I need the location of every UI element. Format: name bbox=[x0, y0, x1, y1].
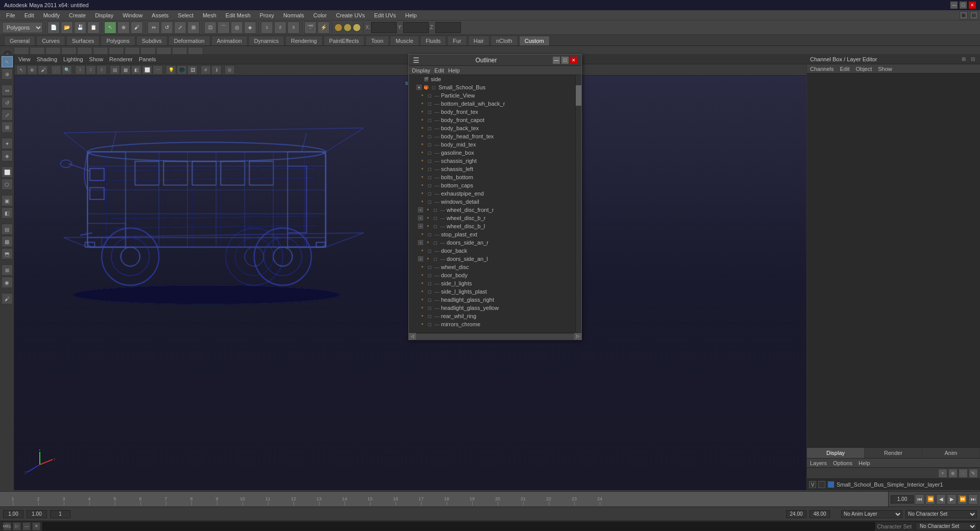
outliner-item-small-school-bus[interactable]: ▼ 🎁 ▢ Small_School_Bus bbox=[409, 83, 575, 91]
outliner-item-headlight-right[interactable]: ⚬ ▢ — headlight_glass_right bbox=[409, 296, 575, 304]
quad-view-btn[interactable]: ▣ bbox=[2, 195, 13, 206]
outliner-item-bolts[interactable]: ⚬ ▢ — bolts_bottom bbox=[409, 173, 575, 181]
menu-assets[interactable]: Assets bbox=[148, 11, 173, 19]
snap-grid-btn[interactable]: ⊡ bbox=[204, 21, 216, 34]
time-end-input[interactable] bbox=[786, 510, 806, 518]
outliner-item-body-front-capot[interactable]: ⚬ ▢ — body_front_capot bbox=[409, 116, 575, 124]
menu-proxy[interactable]: Proxy bbox=[256, 11, 278, 19]
outliner-item-mirrors[interactable]: ⚬ ▢ — mirrors_chrome bbox=[409, 320, 575, 328]
menu-create[interactable]: Create bbox=[65, 11, 90, 19]
ipr-btn[interactable]: ⚡ bbox=[317, 21, 330, 34]
expand-doors-l[interactable]: + bbox=[418, 256, 423, 261]
cbp-icon-1[interactable]: ⊞ bbox=[960, 55, 968, 63]
vpt-camera-move[interactable]: 🎥 bbox=[51, 65, 61, 75]
outliner-item-door-body[interactable]: ⚬ ▢ — door_body bbox=[409, 271, 575, 279]
minimize-button[interactable]: — bbox=[950, 2, 958, 9]
playback-speed-input[interactable] bbox=[27, 510, 47, 518]
maximize-button[interactable]: □ bbox=[960, 2, 967, 9]
outliner-maximize-btn[interactable]: □ bbox=[561, 57, 569, 64]
outliner-item-bottom-detail[interactable]: ⚬ ▢ — bottom_detail_wh_back_r bbox=[409, 100, 575, 108]
outliner-item-wheel-disc[interactable]: ⚬ ▢ — wheel_disc bbox=[409, 263, 575, 271]
layer-icon-1[interactable]: + bbox=[938, 469, 947, 478]
x-input[interactable] bbox=[371, 22, 397, 33]
mel-minimize-btn[interactable]: — bbox=[22, 522, 31, 530]
shade-btn[interactable]: ▩ bbox=[2, 236, 13, 247]
vpt-flat-shade[interactable]: ◧ bbox=[131, 65, 141, 75]
outliner-item-gasoline[interactable]: ⚬ ▢ — gasoline_box bbox=[409, 149, 575, 157]
menu-normals[interactable]: Normals bbox=[279, 11, 308, 19]
light-color-2[interactable] bbox=[344, 23, 352, 32]
layer-item[interactable]: V Small_School_Bus_Simple_Interior_layer… bbox=[807, 480, 980, 489]
outliner-item-side-l-lights-plast[interactable]: ⚬ ▢ — side_l_lights_plast bbox=[409, 287, 575, 296]
smooth-display-btn[interactable]: 3 bbox=[287, 21, 300, 34]
layer-menu-help[interactable]: Help bbox=[859, 460, 870, 466]
shelf-tab-polygons[interactable]: Polygons bbox=[101, 36, 135, 45]
last-frame-input[interactable] bbox=[810, 510, 830, 518]
vpt-shadows[interactable]: 🌑 bbox=[177, 65, 187, 75]
outliner-item-side-l-lights[interactable]: ⚬ ▢ — side_l_lights bbox=[409, 279, 575, 287]
paint-select-btn[interactable]: ⬡ bbox=[2, 179, 13, 190]
lasso-tool-btn[interactable]: ⊕ bbox=[2, 68, 13, 80]
vpt-lasso[interactable]: ⊕ bbox=[27, 65, 37, 75]
close-button[interactable]: ✕ bbox=[969, 2, 976, 9]
y-input[interactable] bbox=[403, 22, 429, 33]
scale-btn[interactable]: ⤢ bbox=[174, 21, 186, 34]
expand-wheel-bl[interactable]: + bbox=[418, 224, 423, 229]
outliner-item-particle-view[interactable]: ⚬ ▢ — Particle_View bbox=[409, 91, 575, 100]
expand-school-bus[interactable]: ▼ bbox=[416, 85, 422, 90]
texture-btn[interactable]: ⬒ bbox=[2, 248, 13, 259]
vp-menu-panels[interactable]: Panels bbox=[137, 56, 158, 62]
play-back-btn[interactable]: ◀ bbox=[936, 494, 946, 504]
shelf-tab-custom[interactable]: Custom bbox=[519, 36, 550, 45]
cbp-menu-edit[interactable]: Edit bbox=[840, 66, 849, 72]
outliner-item-body-back-tex[interactable]: ⚬ ▢ — body_back_tex bbox=[409, 124, 575, 132]
cbp-tab-display[interactable]: Display bbox=[807, 448, 865, 458]
select-tool-btn[interactable]: ↖ bbox=[2, 56, 13, 67]
workspace-selector[interactable]: Polygons bbox=[2, 22, 43, 33]
cbp-tab-anim[interactable]: Anim bbox=[922, 448, 980, 458]
mel-script-btn[interactable]: ▷ bbox=[13, 522, 21, 530]
outliner-item-body-head[interactable]: ⚬ ▢ — body_head_front_tex bbox=[409, 132, 575, 140]
vp-menu-view[interactable]: View bbox=[16, 56, 33, 62]
select-btn[interactable]: ↖ bbox=[104, 21, 116, 34]
attr-editor-toggle[interactable]: ⊟ bbox=[970, 11, 978, 19]
menu-display[interactable]: Display bbox=[91, 11, 117, 19]
vpt-select[interactable]: ↖ bbox=[16, 65, 27, 75]
shelf-tab-general[interactable]: General bbox=[4, 36, 35, 45]
outliner-item-schassis-right[interactable]: ⚬ ▢ — schassis_right bbox=[409, 157, 575, 165]
outliner-item-door-back[interactable]: ⚬ ▢ — door_back bbox=[409, 247, 575, 255]
timeline-ruler[interactable]: 1 2 3 4 5 6 7 8 9 10 11 12 13 14 15 16 1… bbox=[0, 492, 888, 506]
layer-icon-3[interactable]: - bbox=[959, 469, 968, 478]
go-to-end-btn[interactable]: ⏭ bbox=[968, 494, 978, 504]
show-manip-btn[interactable]: ◈ bbox=[2, 150, 13, 161]
cbp-menu-show[interactable]: Show bbox=[878, 66, 892, 72]
lasso-btn[interactable]: ⊕ bbox=[117, 21, 130, 34]
snap-curve-btn[interactable]: ⌒ bbox=[217, 21, 230, 34]
paint-tool-btn[interactable]: 🖌 bbox=[2, 293, 13, 304]
anim-layer-selector[interactable]: No Anim Layer bbox=[841, 510, 902, 518]
menu-modify[interactable]: Modify bbox=[39, 11, 64, 19]
go-to-start-btn[interactable]: ⏮ bbox=[915, 494, 924, 504]
outliner-minimize-btn[interactable]: — bbox=[553, 57, 560, 64]
hscroll-left-btn[interactable]: ◁ bbox=[409, 333, 416, 340]
menu-mesh[interactable]: Mesh bbox=[199, 11, 220, 19]
mel-close-btn[interactable]: ✕ bbox=[32, 522, 40, 530]
shelf-tab-animation[interactable]: Animation bbox=[211, 36, 248, 45]
start-frame-input[interactable] bbox=[3, 510, 23, 518]
wire-btn[interactable]: ▤ bbox=[2, 224, 13, 235]
outliner-item-wheel-disc-b-r[interactable]: + ⚬ ▢ — wheel_disc_b_r bbox=[409, 214, 575, 222]
z-input[interactable] bbox=[435, 22, 461, 33]
layer-menu-layers[interactable]: Layers bbox=[810, 460, 827, 466]
cbp-menu-channels[interactable]: Channels bbox=[810, 66, 834, 72]
outliner-scrollbar[interactable] bbox=[575, 75, 581, 332]
expand-wheel-br[interactable]: + bbox=[418, 215, 423, 221]
universal-tool-btn[interactable]: ⊞ bbox=[2, 122, 13, 133]
shelf-tab-hair[interactable]: Hair bbox=[468, 36, 489, 45]
outliner-menu-help[interactable]: Help bbox=[448, 67, 460, 74]
outliner-close-btn[interactable]: ✕ bbox=[570, 57, 577, 64]
vpt-points[interactable]: ⋯ bbox=[153, 65, 163, 75]
outliner-item-stop-plast[interactable]: ⚬ ▢ — stop_plast_ext bbox=[409, 230, 575, 238]
outliner-item-headlight-yellow[interactable]: ⚬ ▢ — headlight_glass_yellow bbox=[409, 304, 575, 312]
expand-wheel-front[interactable]: + bbox=[418, 207, 423, 212]
shelf-tab-ncloth[interactable]: nCloth bbox=[491, 36, 518, 45]
